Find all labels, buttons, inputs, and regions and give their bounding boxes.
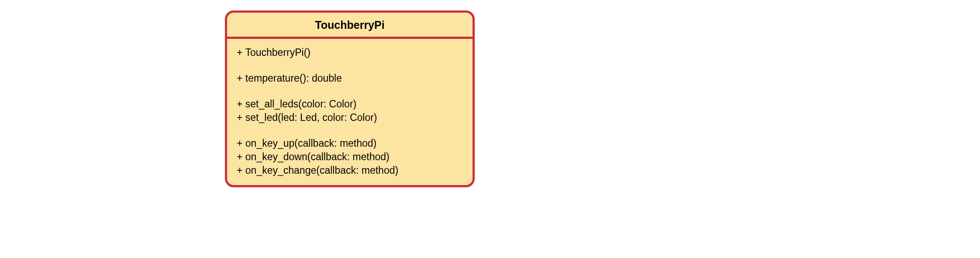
uml-member: + set_all_leds(color: Color): [237, 97, 464, 111]
uml-class-box: TouchberryPi + TouchberryPi() + temperat…: [225, 10, 475, 187]
uml-class-title: TouchberryPi: [227, 13, 473, 39]
uml-member-group: + temperature(): double: [237, 72, 464, 85]
uml-member: + on_key_up(callback: method): [237, 137, 464, 150]
uml-member-group: + TouchberryPi(): [237, 46, 464, 59]
uml-member-group: + on_key_up(callback: method) + on_key_d…: [237, 137, 464, 177]
uml-member: + TouchberryPi(): [237, 46, 464, 59]
uml-member: + temperature(): double: [237, 72, 464, 85]
uml-member: + on_key_down(callback: method): [237, 150, 464, 164]
uml-member: + on_key_change(callback: method): [237, 164, 464, 177]
uml-member-group: + set_all_leds(color: Color) + set_led(l…: [237, 97, 464, 124]
diagram-canvas: TouchberryPi + TouchberryPi() + temperat…: [0, 0, 980, 258]
uml-member: + set_led(led: Led, color: Color): [237, 111, 464, 124]
uml-class-body: + TouchberryPi() + temperature(): double…: [227, 39, 473, 185]
